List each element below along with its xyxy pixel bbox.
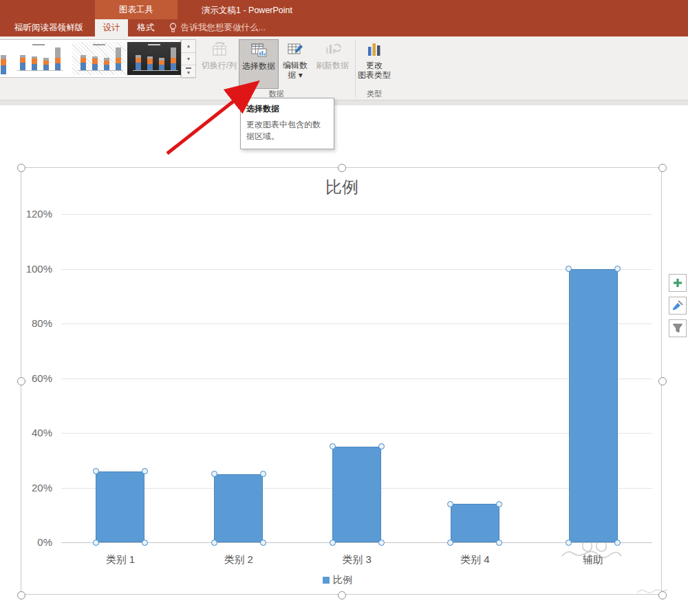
gallery-thumb-style-3[interactable] (127, 42, 181, 75)
tooltip-title: 选择数据 (246, 103, 328, 115)
bar-selection-handle[interactable] (260, 540, 266, 546)
chart-frame-handle[interactable] (17, 591, 25, 599)
bar-selection-handle[interactable] (614, 540, 621, 546)
gridline (61, 214, 652, 215)
tab-design[interactable]: 设计 (95, 19, 128, 36)
ribbon: ▴ ▾ ▾ 切换行/列 选择数据 (0, 36, 688, 100)
bar-selection-handle[interactable] (496, 540, 502, 546)
slide-canvas[interactable]: 比例 比例 0%20%40%60%80%100%120%类别 1类别 2类别 3… (0, 105, 688, 616)
gridline (61, 269, 652, 270)
bar-类别 3[interactable] (332, 447, 381, 542)
chart-frame-handle[interactable] (338, 164, 346, 172)
tooltip-body: 更改图表中包含的数据区域。 (246, 119, 328, 142)
chart-styles-gallery[interactable] (0, 39, 181, 78)
y-axis-tick-label: 80% (23, 317, 52, 329)
select-data-icon (250, 41, 268, 59)
chart-side-tools (669, 274, 687, 337)
bar-类别 2[interactable] (214, 474, 263, 542)
plus-icon (672, 277, 683, 288)
legend-swatch (323, 577, 330, 584)
tell-me-box[interactable]: 告诉我您想要做什么... (169, 19, 266, 36)
bar-类别 4[interactable] (451, 504, 499, 542)
x-axis-category-label: 类别 3 (316, 553, 398, 566)
gallery-scroll-up-button[interactable]: ▴ (182, 40, 195, 53)
tell-me-label: 告诉我您想要做什么... (181, 22, 266, 34)
bar-selection-handle[interactable] (330, 540, 336, 546)
chart-frame-handle[interactable] (17, 164, 25, 172)
x-axis-category-label: 类别 1 (79, 553, 162, 566)
refresh-data-button: 刷新数据 (312, 39, 353, 87)
change-chart-type-icon (365, 41, 383, 59)
contextual-tab-header: 图表工具 (95, 0, 178, 19)
title-bar: 图表工具 演示文稿1 - PowerPoint 福昕阅读器领鲜版 设计 格式 告… (0, 0, 688, 36)
ribbon-tab-row: 福昕阅读器领鲜版 设计 格式 告诉我您想要做什么... (0, 19, 688, 36)
x-axis-category-label: 类别 2 (197, 553, 280, 566)
gallery-more-button[interactable]: ▾ (182, 65, 195, 78)
bar-selection-handle[interactable] (93, 540, 99, 546)
switch-row-column-button: 切换行/列 (200, 39, 239, 87)
bar-selection-handle[interactable] (378, 540, 385, 546)
edit-data-button[interactable]: 编辑数 据 ▾ (279, 39, 311, 87)
bar-selection-handle[interactable] (614, 266, 621, 272)
bar-类别 1[interactable] (96, 471, 144, 542)
select-data-button[interactable]: 选择数据 (239, 39, 279, 89)
x-axis-line (61, 542, 652, 543)
chart-title[interactable]: 比例 (21, 176, 663, 198)
tab-format[interactable]: 格式 (131, 19, 161, 36)
y-axis-tick-label: 0% (23, 536, 52, 548)
bar-selection-handle[interactable] (330, 443, 336, 449)
gridline (61, 379, 652, 379)
change-chart-type-button[interactable]: 更改 图表类型 (358, 39, 391, 87)
gallery-thumb-style-2[interactable] (72, 42, 126, 75)
gallery-scroll: ▴ ▾ ▾ (181, 39, 196, 78)
bar-selection-handle[interactable] (211, 471, 217, 477)
bar-selection-handle[interactable] (447, 540, 453, 546)
refresh-data-icon (323, 41, 341, 59)
chart-frame-handle[interactable] (658, 591, 667, 599)
chart-legend[interactable]: 比例 (323, 574, 352, 586)
ribbon-bottom-strip (0, 100, 688, 105)
y-axis-tick-label: 60% (23, 372, 52, 384)
bar-selection-handle[interactable] (93, 468, 99, 474)
group-label-type: 类型 (356, 89, 392, 99)
powerpoint-window: 图表工具 演示文稿1 - PowerPoint 福昕阅读器领鲜版 设计 格式 告… (0, 0, 688, 616)
gallery-thumb-style-1[interactable] (12, 42, 65, 75)
chart-filters-button[interactable] (669, 319, 687, 337)
lightbulb-icon (169, 23, 177, 33)
switch-row-column-icon (211, 41, 228, 59)
chart-frame-handle[interactable] (658, 377, 667, 385)
chart-frame-handle[interactable] (658, 164, 667, 172)
gallery-scroll-down-button[interactable]: ▾ (182, 53, 195, 66)
bar-selection-handle[interactable] (142, 468, 148, 474)
funnel-icon (672, 323, 683, 334)
bar-selection-handle[interactable] (211, 540, 217, 546)
x-axis-category-label: 辅助 (552, 553, 634, 566)
y-axis-tick-label: 100% (23, 263, 52, 275)
add-chart-element-button[interactable] (669, 274, 687, 292)
legend-label: 比例 (333, 574, 352, 586)
paintbrush-icon (671, 299, 684, 312)
bar-selection-handle[interactable] (378, 443, 385, 449)
x-axis-category-label: 类别 4 (433, 553, 516, 566)
bar-selection-handle[interactable] (566, 540, 572, 546)
bar-selection-handle[interactable] (260, 471, 266, 477)
chart-object[interactable]: 比例 比例 0%20%40%60%80%100%120%类别 1类别 2类别 3… (21, 167, 662, 595)
chart-frame-handle[interactable] (338, 591, 346, 599)
gallery-thumb-clipped[interactable] (1, 50, 6, 74)
bar-selection-handle[interactable] (142, 540, 148, 546)
bar-selection-handle[interactable] (496, 501, 502, 507)
window-title: 演示文稿1 - PowerPoint (202, 5, 292, 17)
y-axis-tick-label: 20% (23, 482, 52, 493)
bar-辅助[interactable] (569, 269, 618, 543)
y-axis-tick-label: 40% (23, 427, 52, 438)
tab-foxit-reader[interactable]: 福昕阅读器领鲜版 (11, 19, 87, 36)
select-data-tooltip: 选择数据 更改图表中包含的数据区域。 (240, 98, 334, 149)
edit-data-icon (286, 41, 304, 59)
gridline (61, 323, 652, 324)
group-separator (355, 40, 356, 97)
gridline (61, 433, 652, 434)
chart-frame-handle[interactable] (17, 377, 25, 385)
y-axis-tick-label: 120% (23, 208, 52, 220)
chart-styles-button[interactable] (669, 297, 687, 315)
